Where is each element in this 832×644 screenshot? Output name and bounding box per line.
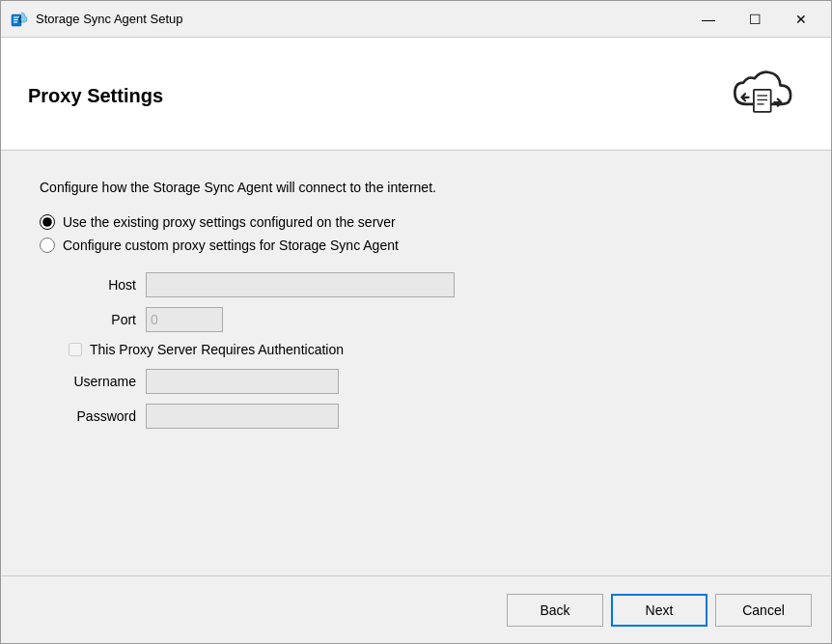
username-label: Username (69, 374, 146, 389)
radio-existing-proxy-input[interactable] (40, 214, 55, 230)
auth-checkbox-row: This Proxy Server Requires Authenticatio… (69, 342, 792, 357)
radio-custom-proxy[interactable]: Configure custom proxy settings for Stor… (40, 238, 792, 253)
password-label: Password (69, 408, 146, 424)
port-row: Port (69, 307, 792, 332)
radio-custom-proxy-label: Configure custom proxy settings for Stor… (63, 238, 399, 253)
password-input[interactable] (146, 404, 339, 429)
title-bar-text: Storage Sync Agent Setup (36, 12, 686, 26)
next-button[interactable]: Next (611, 594, 707, 627)
cancel-button[interactable]: Cancel (715, 594, 812, 627)
host-input[interactable] (146, 272, 455, 297)
proxy-options: Use the existing proxy settings configur… (40, 214, 792, 253)
auth-checkbox[interactable] (69, 343, 82, 356)
page-title: Proxy Settings (28, 85, 163, 107)
host-row: Host (69, 272, 792, 297)
radio-existing-proxy[interactable]: Use the existing proxy settings configur… (40, 214, 792, 230)
cloud-sync-icon (717, 57, 804, 134)
custom-proxy-form: Host Port This Proxy Server Requires Aut… (69, 272, 792, 429)
title-bar-controls: — ☐ ✕ (686, 4, 823, 35)
app-icon (9, 10, 28, 29)
maximize-button[interactable]: ☐ (733, 4, 777, 35)
radio-existing-proxy-label: Use the existing proxy settings configur… (63, 214, 396, 230)
minimize-button[interactable]: — (686, 4, 731, 35)
back-button[interactable]: Back (507, 594, 603, 627)
auth-checkbox-label: This Proxy Server Requires Authenticatio… (90, 342, 344, 357)
svg-rect-4 (754, 90, 771, 112)
content-area: Configure how the Storage Sync Agent wil… (1, 151, 831, 575)
header-section: Proxy Settings (1, 38, 831, 151)
password-row: Password (69, 404, 792, 429)
port-input[interactable] (146, 307, 223, 332)
title-bar: Storage Sync Agent Setup — ☐ ✕ (1, 1, 831, 38)
username-input[interactable] (146, 369, 339, 394)
username-row: Username (69, 369, 792, 394)
port-label: Port (69, 312, 146, 327)
description-text: Configure how the Storage Sync Agent wil… (40, 180, 792, 195)
window: Storage Sync Agent Setup — ☐ ✕ Proxy Set… (0, 0, 832, 644)
footer: Back Next Cancel (1, 575, 831, 643)
close-button[interactable]: ✕ (779, 4, 823, 35)
radio-custom-proxy-input[interactable] (40, 238, 55, 253)
host-label: Host (69, 277, 146, 293)
